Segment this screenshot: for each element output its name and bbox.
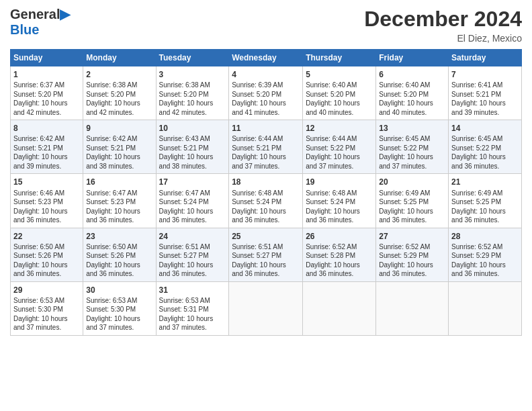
day-number: 4	[232, 69, 300, 80]
day-details: Sunrise: 6:48 AM Sunset: 5:24 PM Dayligh…	[306, 189, 373, 225]
day-details: Sunrise: 6:45 AM Sunset: 5:22 PM Dayligh…	[451, 134, 519, 171]
day-details: Sunrise: 6:50 AM Sunset: 5:26 PM Dayligh…	[13, 242, 80, 279]
header-row: Sunday Monday Tuesday Wednesday Thursday…	[11, 50, 522, 66]
day-details: Sunrise: 6:51 AM Sunset: 5:27 PM Dayligh…	[159, 242, 226, 279]
day-number: 5	[306, 69, 373, 80]
title-block: December 2024 El Diez, Mexico	[364, 7, 522, 44]
day-details: Sunrise: 6:50 AM Sunset: 5:26 PM Dayligh…	[86, 242, 152, 279]
day-details: Sunrise: 6:39 AM Sunset: 5:20 PM Dayligh…	[232, 81, 300, 117]
col-friday: Friday	[376, 50, 449, 66]
day-number: 24	[159, 231, 226, 242]
day-number: 25	[232, 231, 300, 242]
day-number: 20	[379, 177, 445, 187]
day-details: Sunrise: 6:49 AM Sunset: 5:25 PM Dayligh…	[379, 189, 445, 225]
day-details: Sunrise: 6:45 AM Sunset: 5:22 PM Dayligh…	[379, 134, 445, 171]
day-details: Sunrise: 6:51 AM Sunset: 5:27 PM Dayligh…	[232, 242, 300, 279]
table-cell: 5Sunrise: 6:40 AM Sunset: 5:20 PM Daylig…	[303, 66, 376, 120]
table-cell: 12Sunrise: 6:44 AM Sunset: 5:22 PM Dayli…	[303, 120, 376, 174]
day-details: Sunrise: 6:53 AM Sunset: 5:30 PM Dayligh…	[86, 296, 152, 332]
day-number: 7	[451, 69, 519, 80]
day-number: 1	[13, 69, 80, 80]
table-cell: 24Sunrise: 6:51 AM Sunset: 5:27 PM Dayli…	[156, 228, 229, 281]
month-title: December 2024	[364, 7, 522, 32]
day-details: Sunrise: 6:42 AM Sunset: 5:21 PM Dayligh…	[86, 134, 152, 171]
table-cell: 9Sunrise: 6:42 AM Sunset: 5:21 PM Daylig…	[83, 120, 156, 174]
day-number: 19	[306, 177, 373, 187]
day-number: 13	[379, 123, 445, 134]
table-cell: 30Sunrise: 6:53 AM Sunset: 5:30 PM Dayli…	[83, 281, 156, 335]
day-details: Sunrise: 6:53 AM Sunset: 5:31 PM Dayligh…	[159, 296, 226, 332]
table-cell: 18Sunrise: 6:48 AM Sunset: 5:24 PM Dayli…	[229, 174, 303, 228]
day-details: Sunrise: 6:52 AM Sunset: 5:29 PM Dayligh…	[379, 242, 445, 279]
day-number: 8	[13, 123, 80, 134]
table-cell: 21Sunrise: 6:49 AM Sunset: 5:25 PM Dayli…	[449, 174, 522, 228]
table-cell: 27Sunrise: 6:52 AM Sunset: 5:29 PM Dayli…	[376, 228, 449, 281]
day-number: 29	[13, 285, 80, 295]
day-details: Sunrise: 6:49 AM Sunset: 5:25 PM Dayligh…	[451, 189, 519, 225]
table-cell: 17Sunrise: 6:47 AM Sunset: 5:24 PM Dayli…	[156, 174, 229, 228]
table-row: 15Sunrise: 6:46 AM Sunset: 5:23 PM Dayli…	[11, 174, 522, 228]
table-cell: 10Sunrise: 6:43 AM Sunset: 5:21 PM Dayli…	[156, 120, 229, 174]
table-row: 22Sunrise: 6:50 AM Sunset: 5:26 PM Dayli…	[11, 228, 522, 281]
table-cell: 22Sunrise: 6:50 AM Sunset: 5:26 PM Dayli…	[11, 228, 83, 281]
day-number: 14	[451, 123, 519, 134]
day-details: Sunrise: 6:53 AM Sunset: 5:30 PM Dayligh…	[13, 296, 80, 332]
table-cell	[449, 281, 522, 335]
day-details: Sunrise: 6:42 AM Sunset: 5:21 PM Dayligh…	[13, 134, 80, 171]
table-cell	[303, 281, 376, 335]
day-number: 23	[86, 231, 152, 242]
logo-line1: General▶	[10, 7, 70, 22]
day-number: 12	[306, 123, 373, 134]
day-details: Sunrise: 6:44 AM Sunset: 5:22 PM Dayligh…	[306, 134, 373, 171]
table-row: 29Sunrise: 6:53 AM Sunset: 5:30 PM Dayli…	[11, 281, 522, 335]
day-number: 16	[86, 177, 152, 187]
table-cell	[229, 281, 303, 335]
logo: General▶ Blue	[10, 7, 70, 38]
day-number: 27	[379, 231, 445, 242]
day-details: Sunrise: 6:40 AM Sunset: 5:20 PM Dayligh…	[379, 81, 445, 117]
day-details: Sunrise: 6:37 AM Sunset: 5:20 PM Dayligh…	[13, 81, 80, 117]
table-cell: 2Sunrise: 6:38 AM Sunset: 5:20 PM Daylig…	[83, 66, 156, 120]
col-tuesday: Tuesday	[156, 50, 229, 66]
table-cell: 7Sunrise: 6:41 AM Sunset: 5:21 PM Daylig…	[449, 66, 522, 120]
table-row: 1Sunrise: 6:37 AM Sunset: 5:20 PM Daylig…	[11, 66, 522, 120]
day-details: Sunrise: 6:47 AM Sunset: 5:24 PM Dayligh…	[159, 189, 226, 225]
page-container: General▶ Blue December 2024 El Diez, Mex…	[0, 0, 532, 342]
location: El Diez, Mexico	[364, 33, 522, 44]
table-cell: 3Sunrise: 6:38 AM Sunset: 5:20 PM Daylig…	[156, 66, 229, 120]
table-cell: 25Sunrise: 6:51 AM Sunset: 5:27 PM Dayli…	[229, 228, 303, 281]
table-cell: 19Sunrise: 6:48 AM Sunset: 5:24 PM Dayli…	[303, 174, 376, 228]
table-cell: 16Sunrise: 6:47 AM Sunset: 5:23 PM Dayli…	[83, 174, 156, 228]
day-number: 21	[451, 177, 519, 187]
table-cell	[376, 281, 449, 335]
day-details: Sunrise: 6:43 AM Sunset: 5:21 PM Dayligh…	[159, 134, 226, 171]
table-cell: 31Sunrise: 6:53 AM Sunset: 5:31 PM Dayli…	[156, 281, 229, 335]
day-details: Sunrise: 6:52 AM Sunset: 5:28 PM Dayligh…	[306, 242, 373, 279]
table-cell: 8Sunrise: 6:42 AM Sunset: 5:21 PM Daylig…	[11, 120, 83, 174]
col-wednesday: Wednesday	[229, 50, 303, 66]
col-thursday: Thursday	[303, 50, 376, 66]
day-number: 22	[13, 231, 80, 242]
day-number: 6	[379, 69, 445, 80]
day-number: 28	[451, 231, 519, 242]
table-cell: 29Sunrise: 6:53 AM Sunset: 5:30 PM Dayli…	[11, 281, 83, 335]
table-cell: 15Sunrise: 6:46 AM Sunset: 5:23 PM Dayli…	[11, 174, 83, 228]
day-number: 3	[159, 69, 226, 80]
header: General▶ Blue December 2024 El Diez, Mex…	[10, 7, 522, 44]
day-details: Sunrise: 6:44 AM Sunset: 5:21 PM Dayligh…	[232, 134, 300, 171]
day-details: Sunrise: 6:47 AM Sunset: 5:23 PM Dayligh…	[86, 189, 152, 225]
day-number: 30	[86, 285, 152, 295]
table-cell: 20Sunrise: 6:49 AM Sunset: 5:25 PM Dayli…	[376, 174, 449, 228]
day-details: Sunrise: 6:52 AM Sunset: 5:29 PM Dayligh…	[451, 242, 519, 279]
day-number: 18	[232, 177, 300, 187]
day-details: Sunrise: 6:48 AM Sunset: 5:24 PM Dayligh…	[232, 189, 300, 225]
table-cell: 23Sunrise: 6:50 AM Sunset: 5:26 PM Dayli…	[83, 228, 156, 281]
table-cell: 28Sunrise: 6:52 AM Sunset: 5:29 PM Dayli…	[449, 228, 522, 281]
day-number: 10	[159, 123, 226, 134]
table-cell: 11Sunrise: 6:44 AM Sunset: 5:21 PM Dayli…	[229, 120, 303, 174]
col-sunday: Sunday	[11, 50, 83, 66]
table-cell: 26Sunrise: 6:52 AM Sunset: 5:28 PM Dayli…	[303, 228, 376, 281]
day-number: 15	[13, 177, 80, 187]
day-number: 11	[232, 123, 300, 134]
table-cell: 1Sunrise: 6:37 AM Sunset: 5:20 PM Daylig…	[11, 66, 83, 120]
